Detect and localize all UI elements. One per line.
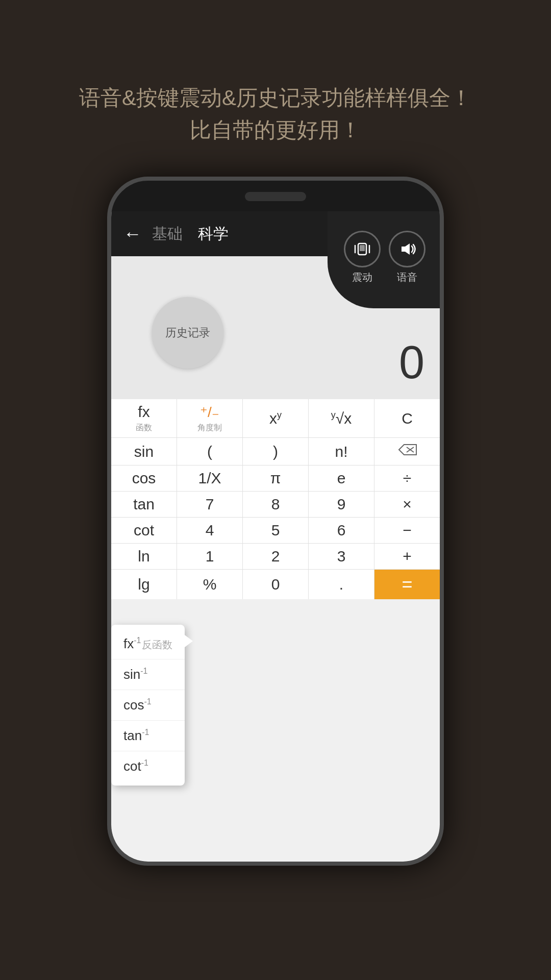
- key-_-2-4[interactable]: ÷: [374, 465, 440, 491]
- key-cot-4-0[interactable]: cot: [111, 518, 177, 543]
- key-row-3: tan789×: [111, 492, 440, 518]
- key-___-0-1[interactable]: ⁺/₋角度制: [177, 399, 243, 437]
- vibrate-icon: [344, 231, 381, 267]
- key-_-6-4[interactable]: =: [374, 570, 440, 599]
- key-fx-0-0[interactable]: fx函数: [111, 399, 177, 437]
- sound-icon: [389, 231, 425, 267]
- phone-frame: ← 基础 科学 震动: [107, 177, 444, 866]
- key-C-0-4[interactable]: C: [374, 399, 440, 437]
- inverse-functions-popup: fx-1反函数sin-1cos-1tan-1cot-1: [111, 625, 185, 786]
- key-ln-5-0[interactable]: ln: [111, 544, 177, 569]
- key-cos-2-0[interactable]: cos: [111, 465, 177, 491]
- tab-science[interactable]: 科学: [198, 224, 229, 244]
- key-_-1-1[interactable]: (: [177, 438, 243, 465]
- vibrate-button[interactable]: 震动: [344, 231, 381, 284]
- key-row-0: fx函数⁺/₋角度制xyy√xC: [111, 399, 440, 438]
- side-popup-item-sin[interactable]: sin-1: [111, 659, 185, 690]
- key-_-1-4[interactable]: [374, 438, 440, 465]
- key-_-1-2[interactable]: ): [243, 438, 309, 465]
- key-_-4-4[interactable]: −: [374, 518, 440, 543]
- key-5-4-2[interactable]: 5: [243, 518, 309, 543]
- side-popup-item-tan[interactable]: tan-1: [111, 721, 185, 751]
- key-0-6-2[interactable]: 0: [243, 570, 309, 599]
- key-tan-3-0[interactable]: tan: [111, 492, 177, 517]
- key-sin-1-0[interactable]: sin: [111, 438, 177, 465]
- nav-tabs: 基础 科学: [152, 224, 229, 244]
- key-_-2-2[interactable]: π: [243, 465, 309, 491]
- keyboard: fx函数⁺/₋角度制xyy√xCsin()n!cos1/Xπe÷tan789×c…: [111, 399, 440, 599]
- svg-marker-4: [402, 243, 410, 255]
- key-1_X-2-1[interactable]: 1/X: [177, 465, 243, 491]
- back-button[interactable]: ←: [123, 223, 142, 244]
- key-_-5-4[interactable]: +: [374, 544, 440, 569]
- key-row-4: cot456−: [111, 518, 440, 544]
- key-8-3-2[interactable]: 8: [243, 492, 309, 517]
- key-_-6-1[interactable]: %: [177, 570, 243, 599]
- key-_-3-4[interactable]: ×: [374, 492, 440, 517]
- key-lg-6-0[interactable]: lg: [111, 570, 177, 599]
- key-9-3-3[interactable]: 9: [309, 492, 374, 517]
- sound-label: 语音: [397, 271, 417, 284]
- key-3-5-3[interactable]: 3: [309, 544, 374, 569]
- key-e-2-3[interactable]: e: [309, 465, 374, 491]
- sound-button[interactable]: 语音: [389, 231, 425, 284]
- key-2-5-2[interactable]: 2: [243, 544, 309, 569]
- side-popup-item-cos[interactable]: cos-1: [111, 690, 185, 721]
- phone-speaker: [245, 192, 306, 201]
- key-6-4-3[interactable]: 6: [309, 518, 374, 543]
- tab-basic[interactable]: 基础: [152, 224, 183, 244]
- side-popup-item-cot[interactable]: cot-1: [111, 751, 185, 781]
- display-value: 0: [399, 336, 424, 389]
- side-popup-item-fx[interactable]: fx-1反函数: [111, 629, 185, 659]
- settings-popup: 震动 语音: [328, 211, 440, 308]
- key-row-1: sin()n!: [111, 438, 440, 465]
- key-n_-1-3[interactable]: n!: [309, 438, 374, 465]
- key-row-2: cos1/Xπe÷: [111, 465, 440, 492]
- key-_-6-3[interactable]: .: [309, 570, 374, 599]
- svg-rect-1: [360, 245, 365, 251]
- key-x_-0-2[interactable]: xy: [243, 399, 309, 437]
- vibrate-label: 震动: [352, 271, 372, 284]
- key-7-3-1[interactable]: 7: [177, 492, 243, 517]
- key-row-5: ln123+: [111, 544, 440, 570]
- history-button[interactable]: 历史记录: [152, 297, 223, 369]
- key-row-6: lg%0.=: [111, 570, 440, 599]
- key-1-5-1[interactable]: 1: [177, 544, 243, 569]
- key-4-4-1[interactable]: 4: [177, 518, 243, 543]
- key-__x-0-3[interactable]: y√x: [309, 399, 374, 437]
- promo-text: 语音&按键震动&历史记录功能样样俱全！ 比自带的更好用！: [38, 82, 513, 146]
